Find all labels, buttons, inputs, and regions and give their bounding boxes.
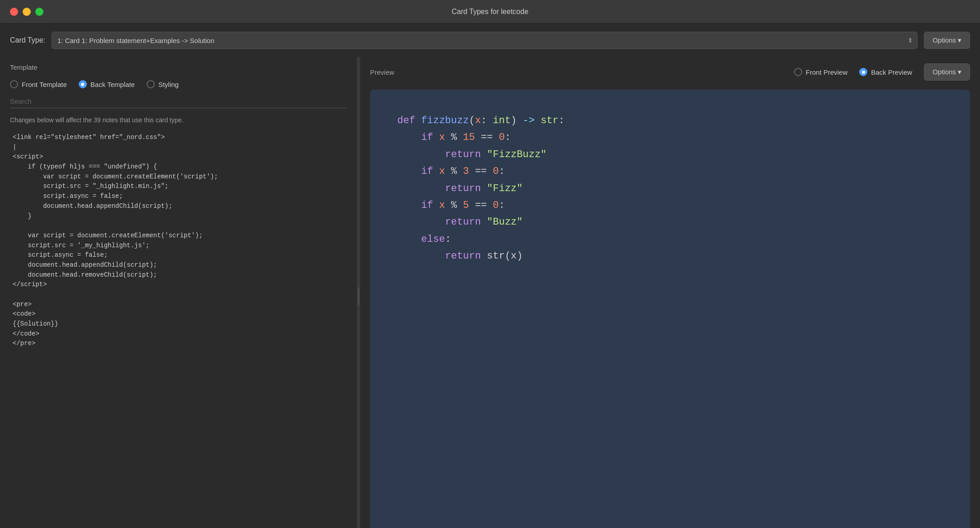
styling-radio-circle — [147, 80, 155, 88]
code-preview-content: def fizzbuzz(x: int) -> str: if x % 15 =… — [397, 112, 565, 265]
minimize-button[interactable] — [23, 8, 31, 16]
back-template-radio[interactable]: Back Template — [79, 80, 135, 88]
search-input[interactable] — [10, 95, 347, 108]
main-content: Template Front Template Back Template St… — [0, 57, 980, 528]
window-title: Card Types for leetcode — [452, 8, 528, 16]
back-template-radio-circle — [79, 80, 87, 88]
front-template-radio[interactable]: Front Template — [10, 80, 67, 88]
back-preview-label: Back Preview — [871, 68, 912, 76]
template-panel: Template Front Template Back Template St… — [0, 57, 357, 528]
preview-header: Preview Front Preview Back Preview Optio… — [360, 63, 980, 85]
search-container — [0, 95, 357, 114]
front-preview-radio[interactable]: Front Preview — [794, 68, 848, 76]
back-preview-radio-circle — [859, 68, 867, 76]
preview-options-button[interactable]: Options ▾ — [924, 63, 970, 81]
preview-panel: Preview Front Preview Back Preview Optio… — [360, 57, 980, 528]
title-bar: Card Types for leetcode — [0, 0, 980, 24]
close-button[interactable] — [10, 8, 18, 16]
preview-panel-title: Preview — [370, 68, 394, 76]
preview-radio-group: Front Preview Back Preview Options ▾ — [794, 63, 970, 81]
back-template-label: Back Template — [90, 81, 135, 88]
front-template-radio-circle — [10, 80, 18, 88]
styling-label: Styling — [158, 81, 179, 88]
back-preview-radio[interactable]: Back Preview — [859, 68, 912, 76]
warning-text: Changes below will affect the 39 notes t… — [0, 114, 357, 128]
template-panel-title: Template — [0, 63, 357, 76]
card-type-select[interactable]: 1: Card 1: Problem statement+Examples ->… — [52, 32, 918, 49]
front-preview-label: Front Preview — [806, 68, 848, 76]
preview-area: def fizzbuzz(x: int) -> str: if x % 15 =… — [370, 90, 970, 528]
panel-divider[interactable] — [357, 57, 360, 528]
traffic-lights — [10, 8, 43, 16]
front-preview-radio-circle — [794, 68, 802, 76]
styling-radio[interactable]: Styling — [147, 80, 179, 88]
options-button[interactable]: Options ▾ — [924, 32, 970, 49]
card-type-label: Card Type: — [10, 36, 45, 44]
card-type-bar: Card Type: 1: Card 1: Problem statement+… — [0, 24, 980, 57]
card-type-select-wrapper[interactable]: 1: Card 1: Problem statement+Examples ->… — [52, 32, 918, 49]
front-template-label: Front Template — [22, 81, 67, 88]
fullscreen-button[interactable] — [35, 8, 43, 16]
template-radio-group: Front Template Back Template Styling — [0, 76, 357, 95]
code-editor[interactable]: <link rel="stylesheet" href="_nord.css">… — [6, 128, 351, 528]
